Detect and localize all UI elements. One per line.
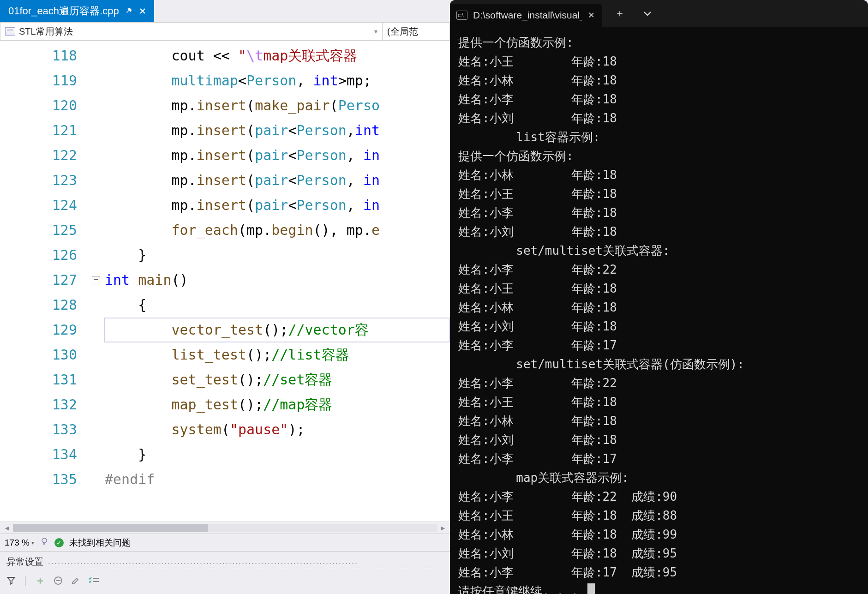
line-number: 121 <box>0 118 77 143</box>
cursor <box>587 583 595 594</box>
line-number: 132 <box>0 392 77 417</box>
terminal-line: 姓名:小林 年龄:18 成绩:99 <box>458 525 860 544</box>
lightbulb-icon[interactable] <box>40 537 49 548</box>
code-line[interactable]: multimap<Person, int>mp; <box>104 68 450 93</box>
terminal-line: 姓名:小李 年龄:17 成绩:95 <box>458 563 860 582</box>
terminal-line: 姓名:小林 年龄:18 <box>458 412 860 431</box>
cmd-icon: c:\ <box>456 11 467 20</box>
editor-tab[interactable]: 01for_each遍历容器.cpp <box>0 0 154 22</box>
line-number: 119 <box>0 68 77 93</box>
code-line[interactable]: mp.insert(pair<Person, in <box>104 193 450 218</box>
code-line[interactable]: system("pause"); <box>104 417 450 442</box>
zoom-value: 173 % <box>5 538 30 548</box>
code-line[interactable]: #endif <box>104 467 450 492</box>
terminal-line: 姓名:小李 年龄:22 <box>458 260 860 279</box>
terminal-line: 姓名:小李 年龄:22 <box>458 374 860 393</box>
line-number: 126 <box>0 243 77 268</box>
code-line[interactable]: int main() <box>104 268 450 293</box>
terminal-output[interactable]: 提供一个仿函数示例:姓名:小王 年龄:18姓名:小林 年龄:18姓名:小李 年龄… <box>450 27 868 594</box>
code-area[interactable]: cout << "\tmap关联式容器 multimap<Person, int… <box>104 41 450 522</box>
scroll-thumb[interactable] <box>13 524 208 532</box>
terminal-line: 姓名:小林 年龄:18 <box>458 166 860 185</box>
ide-window: 01for_each遍历容器.cpp STL常用算法 ▾ (全局范 118119… <box>0 0 450 594</box>
terminal-line: 提供一个仿函数示例: <box>458 33 860 52</box>
scroll-right-icon[interactable]: ► <box>439 524 447 532</box>
line-number: 123 <box>0 168 77 193</box>
scroll-track[interactable] <box>13 524 437 532</box>
new-tab-button[interactable]: ＋ <box>608 4 632 23</box>
horizontal-scrollbar[interactable]: ◄ ► <box>0 522 450 534</box>
zoom-control[interactable]: 173 % ▾ <box>5 538 34 548</box>
code-line[interactable]: } <box>104 442 450 467</box>
code-line[interactable]: mp.insert(make_pair(Perso <box>104 93 450 118</box>
code-line[interactable]: mp.insert(pair<Person, in <box>104 168 450 193</box>
terminal-line: 姓名:小李 年龄:22 成绩:90 <box>458 487 860 506</box>
terminal-line: 姓名:小刘 年龄:18 <box>458 222 860 241</box>
exception-toolbar: | ＋ <box>6 574 443 588</box>
terminal-titlebar: c:\ D:\software_install\visual_stu ✕ ＋ <box>450 0 868 27</box>
terminal-line: 姓名:小刘 年龄:18 <box>458 431 860 450</box>
terminal-line: 姓名:小李 年龄:17 <box>458 336 860 355</box>
terminal-line: 姓名:小王 年龄:18 成绩:88 <box>458 506 860 525</box>
line-number: 134 <box>0 442 77 467</box>
close-icon[interactable]: ✕ <box>588 10 595 20</box>
tab-menu-button[interactable] <box>635 4 659 23</box>
separator: | <box>24 575 27 587</box>
terminal-line: 姓名:小刘 年龄:18 <box>458 317 860 336</box>
terminal-line: 提供一个仿函数示例: <box>458 147 860 166</box>
line-number: 130 <box>0 342 77 367</box>
remove-icon[interactable] <box>54 576 63 585</box>
editor-tab-bar: 01for_each遍历容器.cpp <box>0 0 450 22</box>
filter-icon[interactable] <box>6 576 16 585</box>
code-line[interactable]: for_each(mp.begin(), mp.e <box>104 218 450 243</box>
editor-tab-label: 01for_each遍历容器.cpp <box>8 4 119 18</box>
terminal-line: 请按任意键继续. . . <box>458 582 860 594</box>
scope-label: STL常用算法 <box>19 25 73 38</box>
code-line[interactable]: cout << "\tmap关联式容器 <box>104 43 450 68</box>
exception-settings-panel: 异常设置 | ＋ <box>0 551 450 594</box>
code-editor[interactable]: 1181191201211221231241251261271281291301… <box>0 41 450 522</box>
add-icon[interactable]: ＋ <box>35 574 45 588</box>
close-icon[interactable] <box>139 8 146 14</box>
terminal-window: c:\ D:\software_install\visual_stu ✕ ＋ 提… <box>450 0 868 594</box>
terminal-line: 姓名:小李 年龄:17 <box>458 450 860 468</box>
chevron-down-icon: ▾ <box>31 540 34 546</box>
code-line[interactable]: mp.insert(pair<Person,int <box>104 118 450 143</box>
line-number: 124 <box>0 193 77 218</box>
terminal-line: map关联式容器示例: <box>458 468 860 487</box>
terminal-line: 姓名:小王 年龄:18 <box>458 279 860 298</box>
navigation-bar: STL常用算法 ▾ (全局范 <box>0 22 450 41</box>
line-number: 125 <box>0 218 77 243</box>
line-number: 128 <box>0 293 77 318</box>
line-number: 129 <box>0 318 77 342</box>
line-number: 135 <box>0 467 77 492</box>
line-number: 133 <box>0 417 77 442</box>
line-number: 122 <box>0 143 77 168</box>
code-line[interactable]: map_test();//map容器 <box>104 392 450 417</box>
line-number: 118 <box>0 43 77 68</box>
terminal-line: 姓名:小李 年龄:18 <box>458 204 860 222</box>
member-label: (全局范 <box>387 25 418 38</box>
code-line[interactable]: mp.insert(pair<Person, in <box>104 143 450 168</box>
scroll-left-icon[interactable]: ◄ <box>3 524 11 532</box>
scope-dropdown[interactable]: STL常用算法 ▾ <box>0 23 383 40</box>
edit-icon[interactable] <box>71 576 80 585</box>
member-dropdown[interactable]: (全局范 <box>383 23 449 40</box>
fold-toggle-icon[interactable]: − <box>92 276 100 284</box>
terminal-line: set/multiset关联式容器: <box>458 241 860 260</box>
exception-search-input[interactable] <box>48 555 443 568</box>
code-line[interactable]: list_test();//list容器 <box>104 342 450 367</box>
line-number: 131 <box>0 367 77 392</box>
terminal-line: 姓名:小李 年龄:18 <box>458 90 860 109</box>
code-line[interactable]: set_test();//set容器 <box>104 367 450 392</box>
code-line[interactable]: { <box>104 293 450 318</box>
code-line[interactable]: } <box>104 243 450 268</box>
checklist-icon[interactable] <box>89 576 100 585</box>
terminal-tab[interactable]: c:\ D:\software_install\visual_stu ✕ <box>450 4 602 27</box>
status-text: 未找到相关问题 <box>69 537 131 549</box>
fold-column: − <box>90 41 104 522</box>
terminal-line: 姓名:小王 年龄:18 <box>458 52 860 71</box>
chevron-down-icon: ▾ <box>374 28 377 35</box>
terminal-line: 姓名:小王 年龄:18 <box>458 393 860 412</box>
pin-icon[interactable] <box>126 7 133 15</box>
